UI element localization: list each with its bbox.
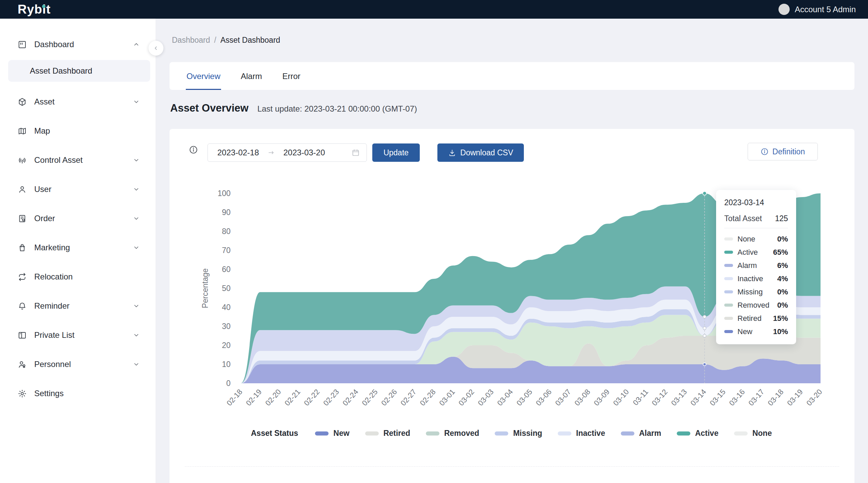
svg-text:40: 40 [222,303,231,312]
sidebar-item-private-list[interactable]: Private List [0,325,156,345]
date-range-input[interactable]: 2023-02-18 2023-03-20 [208,143,367,162]
breadcrumb-current: Asset Dashboard [220,36,280,45]
sidebar-item-user[interactable]: User [0,179,156,199]
legend-label: None [752,429,772,438]
sidebar-item-label: Control Asset [34,155,83,165]
sidebar-item-control-asset[interactable]: Control Asset [0,150,156,170]
tooltip-series-value: 0% [777,288,788,296]
calendar-icon [352,149,360,157]
chevron-down-icon [133,302,140,310]
tooltip-swatch [724,304,733,307]
brand-logo[interactable]: Rybit [18,2,51,17]
tooltip-swatch [724,330,733,333]
tab-error[interactable]: Error [282,63,301,90]
svg-text:02-25: 02-25 [360,388,379,408]
tooltip-series-name: Retired [737,314,773,323]
svg-text:02-18: 02-18 [225,388,244,408]
legend-swatch [426,431,439,436]
legend-item-alarm[interactable]: Alarm [621,429,661,438]
tab-bar: OverviewAlarmError [170,62,854,90]
private-list-icon [18,331,27,340]
download-csv-button[interactable]: Download CSV [437,143,524,162]
legend-label: New [333,429,349,438]
date-start-value: 2023-02-18 [217,148,259,157]
legend-item-none[interactable]: None [734,429,772,438]
svg-text:60: 60 [222,265,231,274]
definition-button[interactable]: Definition [748,143,818,160]
svg-text:02-23: 02-23 [321,388,340,408]
sidebar-item-map[interactable]: Map [0,121,156,141]
sidebar-item-marketing[interactable]: Marketing [0,237,156,258]
breadcrumb-separator: / [214,36,216,45]
svg-text:70: 70 [222,246,231,255]
tooltip-series-value: 4% [777,274,788,283]
legend-item-removed[interactable]: Removed [426,429,479,438]
chevron-down-icon [133,98,140,105]
sidebar-collapse-button[interactable] [149,41,163,56]
tooltip-row-active: Active65% [724,246,788,259]
brand-text: Rybit [18,2,51,16]
chart-tooltip: 2023-03-14 Total Asset 125 None0%Active6… [716,190,796,344]
sidebar-item-asset[interactable]: Asset [0,92,156,112]
sidebar-item-asset-dashboard[interactable]: Asset Dashboard [8,60,150,82]
svg-text:90: 90 [222,208,231,217]
legend-swatch [315,431,329,436]
svg-text:03-04: 03-04 [495,388,514,408]
avatar [778,4,790,15]
tooltip-row-retired: Retired15% [724,312,788,325]
tooltip-row-alarm: Alarm6% [724,259,788,272]
tooltip-series-name: Active [737,248,773,257]
svg-text:50: 50 [222,284,231,293]
info-circle-icon [761,148,769,156]
page-title: Asset Overview [170,102,249,114]
svg-text:03-13: 03-13 [669,388,688,408]
svg-text:03-17: 03-17 [747,388,766,408]
legend-item-active[interactable]: Active [677,429,718,438]
sidebar-item-label: Asset [34,97,55,107]
tooltip-series-name: Missing [737,288,777,296]
svg-text:03-14: 03-14 [689,388,708,408]
last-update-text: Last update: 2023-03-21 00:00:00 (GMT-07… [257,104,417,114]
breadcrumb-parent[interactable]: Dashboard [172,36,210,45]
sidebar: DashboardAsset DashboardAssetMapControl … [0,19,156,483]
sidebar-item-label: Personnel [34,360,71,369]
legend-item-missing[interactable]: Missing [495,429,542,438]
sidebar-item-reminder[interactable]: Reminder [0,296,156,316]
chart-legend: Asset Status NewRetiredRemovedMissingIna… [251,429,787,438]
legend-swatch [495,431,508,436]
legend-swatch [621,431,634,436]
map-icon [18,127,27,136]
tooltip-row-removed: Removed0% [724,298,788,312]
tooltip-rows: None0%Active65%Alarm6%Inactive4%Missing0… [724,232,788,338]
sidebar-item-dashboard[interactable]: Dashboard [0,34,156,55]
svg-text:10: 10 [222,360,231,369]
sidebar-item-relocation[interactable]: Relocation [0,267,156,287]
legend-item-inactive[interactable]: Inactive [558,429,605,438]
tooltip-series-value: 15% [773,314,788,323]
chevron-down-icon [133,215,140,222]
legend-item-retired[interactable]: Retired [365,429,410,438]
definition-label: Definition [772,147,805,156]
info-icon[interactable] [189,145,198,154]
tooltip-date: 2023-03-14 [724,198,788,207]
sidebar-item-order[interactable]: Order [0,208,156,229]
account-menu[interactable]: Account 5 Admin [778,4,856,15]
legend-label: Removed [444,429,479,438]
svg-text:03-16: 03-16 [727,388,746,408]
svg-text:03-01: 03-01 [437,388,456,408]
svg-text:02-20: 02-20 [263,388,282,408]
sidebar-item-settings[interactable]: Settings [0,383,156,404]
tab-alarm[interactable]: Alarm [240,63,263,90]
tooltip-swatch [724,317,733,320]
account-name: Account 5 Admin [795,5,856,14]
svg-text:02-27: 02-27 [399,388,418,408]
app-window: Rybit Account 5 Admin DashboardAsset Das… [0,0,868,483]
update-button[interactable]: Update [372,143,420,162]
svg-text:03-08: 03-08 [573,388,592,408]
sidebar-item-personnel[interactable]: Personnel [0,354,156,374]
legend-item-new[interactable]: New [315,429,349,438]
tab-overview[interactable]: Overview [186,63,221,90]
sidebar-item-label: Reminder [34,301,70,311]
topbar: Rybit Account 5 Admin [0,0,868,19]
svg-text:03-12: 03-12 [650,388,669,408]
